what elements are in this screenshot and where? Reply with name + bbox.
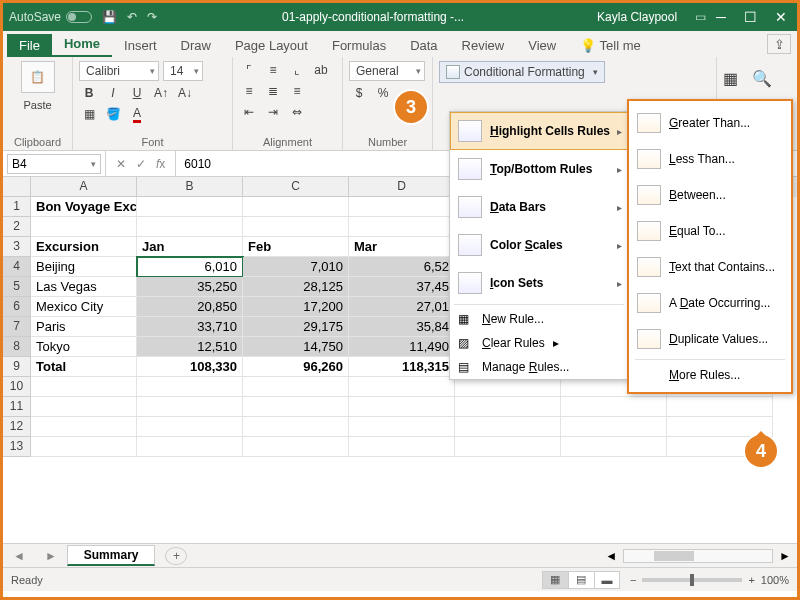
cell[interactable] [243,197,349,217]
row-header[interactable]: 12 [3,417,31,437]
border-button[interactable]: ▦ [79,105,99,123]
row-header[interactable]: 13 [3,437,31,457]
tab-data[interactable]: Data [398,34,449,57]
cell[interactable] [455,377,561,397]
row-header[interactable]: 4 [3,257,31,277]
zoom-in-button[interactable]: + [748,574,754,586]
number-format-select[interactable]: General [349,61,425,81]
cell[interactable] [137,377,243,397]
row-header[interactable]: 11 [3,397,31,417]
cell[interactable]: 17,200 [243,297,349,317]
menu-less-than[interactable]: Less Than... [629,141,791,177]
cell[interactable]: Mar [349,237,455,257]
cell[interactable] [31,417,137,437]
align-middle-button[interactable]: ≡ [263,61,283,79]
cell[interactable]: Bon Voyage Excursions [31,197,137,217]
conditional-formatting-button[interactable]: Conditional Formatting [439,61,605,83]
ribbon-options-icon[interactable]: ▭ [685,10,716,24]
enter-formula-icon[interactable]: ✓ [136,157,146,171]
tab-insert[interactable]: Insert [112,34,169,57]
zoom-out-button[interactable]: − [630,574,636,586]
minimize-icon[interactable]: ─ [716,9,726,25]
row-header[interactable]: 9 [3,357,31,377]
normal-view-button[interactable]: ▦ [542,571,568,589]
menu-duplicate-values[interactable]: Duplicate Values... [629,321,791,357]
cell[interactable] [561,397,667,417]
tell-me[interactable]: 💡 Tell me [568,34,653,57]
sheet-nav-prev[interactable]: ◄ [3,549,35,563]
decrease-indent-button[interactable]: ⇤ [239,103,259,121]
menu-new-rule[interactable]: ▦New Rule... [450,307,628,331]
cell[interactable] [31,217,137,237]
menu-color-scales[interactable]: Color Scales ▸ [450,226,628,264]
cell[interactable]: 33,710 [137,317,243,337]
align-bottom-button[interactable]: ⌞ [287,61,307,79]
cell[interactable]: 96,260 [243,357,349,377]
menu-top-bottom-rules[interactable]: Top/Bottom Rules ▸ [450,150,628,188]
menu-highlight-cells-rules[interactable]: Highlight Cells Rules ▸ [450,112,628,150]
row-header[interactable]: 1 [3,197,31,217]
col-header[interactable]: A [31,177,137,197]
maximize-icon[interactable]: ☐ [744,9,757,25]
cell[interactable]: 108,330 [137,357,243,377]
menu-between[interactable]: Between... [629,177,791,213]
name-box[interactable]: B4 [7,154,101,174]
cell[interactable] [455,437,561,457]
cell[interactable] [667,397,773,417]
tab-file[interactable]: File [7,34,52,57]
align-left-button[interactable]: ≡ [239,82,259,100]
align-right-button[interactable]: ≡ [287,82,307,100]
menu-icon-sets[interactable]: Icon Sets ▸ [450,264,628,302]
cell[interactable] [561,437,667,457]
fx-icon[interactable]: fx [156,157,165,171]
cell[interactable] [243,377,349,397]
row-header[interactable]: 6 [3,297,31,317]
tab-draw[interactable]: Draw [169,34,223,57]
tab-page-layout[interactable]: Page Layout [223,34,320,57]
cell[interactable] [31,377,137,397]
cell[interactable]: 14,750 [243,337,349,357]
cell[interactable]: 11,490 [349,337,455,357]
zoom-slider[interactable] [642,578,742,582]
cell[interactable]: 7,010 [243,257,349,277]
sheet-tab-summary[interactable]: Summary [67,545,156,566]
cell[interactable] [137,397,243,417]
cell[interactable]: 6,52 [349,257,455,277]
cell[interactable]: 28,125 [243,277,349,297]
cell[interactable] [31,397,137,417]
row-header[interactable]: 5 [3,277,31,297]
percent-button[interactable]: % [373,84,393,102]
decrease-font-button[interactable]: A↓ [175,84,195,102]
tab-home[interactable]: Home [52,32,112,57]
add-sheet-button[interactable]: + [165,547,187,565]
col-header[interactable]: C [243,177,349,197]
menu-date-occurring[interactable]: A Date Occurring... [629,285,791,321]
zoom-level[interactable]: 100% [761,574,789,586]
font-size-select[interactable]: 14 [163,61,203,81]
cell[interactable] [243,417,349,437]
cell[interactable] [349,437,455,457]
cell[interactable]: Tokyo [31,337,137,357]
align-center-button[interactable]: ≣ [263,82,283,100]
cancel-formula-icon[interactable]: ✕ [116,157,126,171]
sheet-nav-next[interactable]: ► [35,549,67,563]
paste-button[interactable]: Paste [23,99,51,111]
row-header[interactable]: 10 [3,377,31,397]
save-icon[interactable]: 💾 [102,10,117,24]
cell[interactable] [243,437,349,457]
col-header[interactable]: D [349,177,455,197]
currency-button[interactable]: $ [349,84,369,102]
cell[interactable] [137,437,243,457]
row-header[interactable]: 8 [3,337,31,357]
cell[interactable] [137,217,243,237]
cell[interactable]: 37,45 [349,277,455,297]
menu-text-contains[interactable]: Text that Contains... [629,249,791,285]
cell[interactable]: 35,84 [349,317,455,337]
menu-equal-to[interactable]: Equal To... [629,213,791,249]
cell[interactable] [31,437,137,457]
paste-icon[interactable]: 📋 [21,61,55,93]
col-header[interactable]: B [137,177,243,197]
row-header[interactable]: 7 [3,317,31,337]
select-all-corner[interactable] [3,177,31,197]
menu-data-bars[interactable]: Data Bars ▸ [450,188,628,226]
